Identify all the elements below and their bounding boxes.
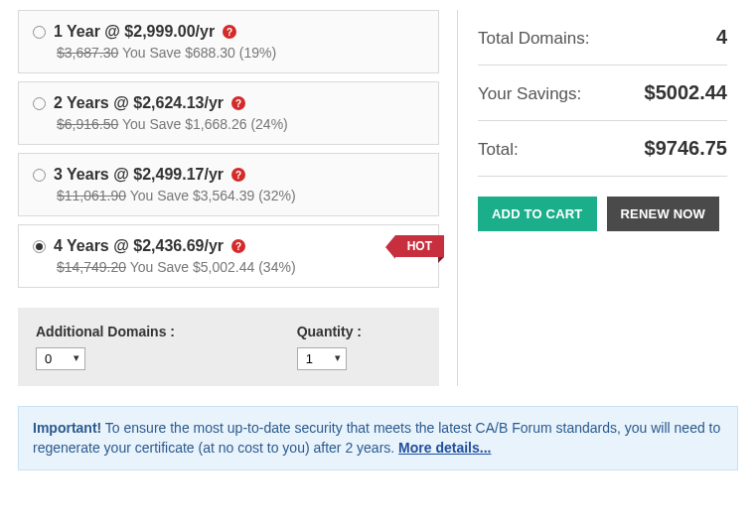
plan-original-price: $3,687.30 bbox=[57, 45, 118, 61]
radio-icon bbox=[33, 97, 46, 110]
total-label: Total: bbox=[478, 140, 519, 160]
plan-option-1yr[interactable]: 1 Year @ $2,999.00/yr ? $3,687.30 You Sa… bbox=[18, 10, 439, 73]
plan-title: 2 Years @ $2,624.13/yr bbox=[54, 94, 224, 112]
plan-title: 3 Years @ $2,499.17/yr bbox=[54, 166, 224, 184]
radio-icon bbox=[33, 169, 46, 182]
add-to-cart-button[interactable]: ADD TO CART bbox=[478, 197, 597, 231]
controls-panel: Additional Domains : 0 Quantity : 1 bbox=[18, 308, 439, 386]
plan-option-4yr[interactable]: HOT 4 Years @ $2,436.69/yr ? $14,749.20 … bbox=[18, 224, 439, 288]
plan-original-price: $6,916.50 bbox=[57, 116, 118, 132]
hot-badge: HOT bbox=[395, 235, 444, 257]
notice-banner: Important! To ensure the most up-to-date… bbox=[18, 406, 738, 470]
quantity-label: Quantity : bbox=[297, 324, 362, 339]
radio-icon bbox=[33, 240, 46, 253]
plan-title: 1 Year @ $2,999.00/yr bbox=[54, 23, 215, 41]
summary-panel: Total Domains: 4 Your Savings: $5002.44 … bbox=[457, 10, 735, 386]
plan-option-3yr[interactable]: 3 Years @ $2,499.17/yr ? $11,061.90 You … bbox=[18, 153, 439, 216]
additional-domains-select[interactable]: 0 bbox=[36, 347, 85, 370]
quantity-select[interactable]: 1 bbox=[297, 347, 347, 370]
plan-original-price: $11,061.90 bbox=[57, 188, 126, 203]
help-icon[interactable]: ? bbox=[231, 168, 245, 182]
total-value: $9746.75 bbox=[645, 137, 727, 160]
savings-value: $5002.44 bbox=[645, 81, 727, 104]
plan-save-text: You Save $5,002.44 (34%) bbox=[130, 259, 296, 275]
plan-list: 1 Year @ $2,999.00/yr ? $3,687.30 You Sa… bbox=[10, 10, 447, 386]
more-details-link[interactable]: More details... bbox=[398, 440, 491, 456]
savings-label: Your Savings: bbox=[478, 84, 581, 104]
plan-save-text: You Save $3,564.39 (32%) bbox=[130, 188, 296, 203]
help-icon[interactable]: ? bbox=[231, 239, 245, 253]
plan-save-text: You Save $1,668.26 (24%) bbox=[122, 116, 288, 132]
total-domains-label: Total Domains: bbox=[478, 29, 589, 49]
plan-original-price: $14,749.20 bbox=[57, 259, 126, 275]
help-icon[interactable]: ? bbox=[231, 96, 245, 110]
help-icon[interactable]: ? bbox=[223, 25, 236, 39]
additional-domains-label: Additional Domains : bbox=[36, 324, 175, 339]
plan-option-2yr[interactable]: 2 Years @ $2,624.13/yr ? $6,916.50 You S… bbox=[18, 81, 439, 145]
notice-prefix: Important! bbox=[33, 420, 101, 436]
plan-save-text: You Save $688.30 (19%) bbox=[122, 45, 276, 61]
radio-icon bbox=[33, 26, 46, 39]
total-domains-value: 4 bbox=[716, 26, 727, 49]
plan-title: 4 Years @ $2,436.69/yr bbox=[54, 237, 224, 255]
notice-body: To ensure the most up-to-date security t… bbox=[33, 420, 720, 456]
renew-now-button[interactable]: RENEW NOW bbox=[607, 197, 720, 231]
